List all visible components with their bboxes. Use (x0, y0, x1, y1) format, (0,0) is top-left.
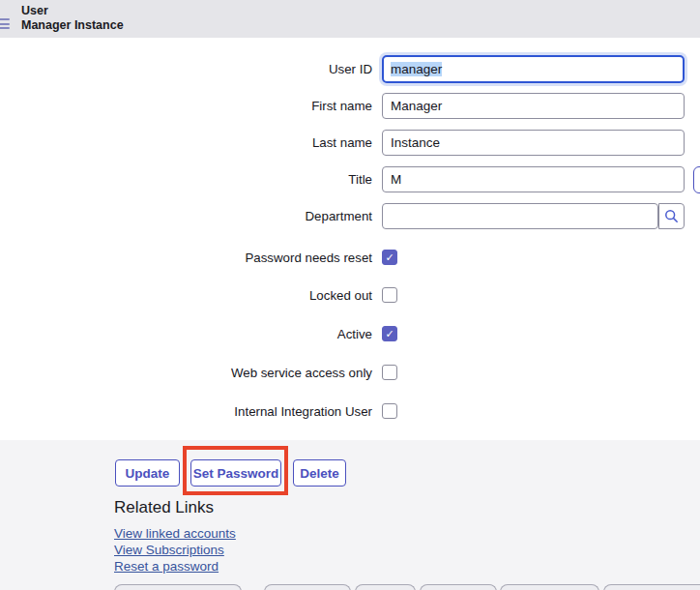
internal-integration-user-label: Internal Integration User (0, 403, 372, 420)
hamburger-menu-icon[interactable] (0, 18, 10, 30)
department-input[interactable] (382, 203, 658, 229)
link-view-linked-accounts[interactable]: View linked accounts (114, 526, 236, 541)
active-checkbox[interactable]: ✓ (382, 326, 397, 341)
field-row-first-name: First name (0, 93, 700, 119)
first-name-input[interactable] (382, 93, 685, 119)
page-title: User Manager Instance (21, 4, 124, 33)
field-row-title: Title (0, 166, 700, 192)
first-name-label: First name (0, 93, 372, 119)
checkbox-row-password-needs-reset: Password needs reset ✓ (0, 250, 700, 266)
field-row-user-id: User ID manager (0, 56, 700, 82)
related-list-tab[interactable] (603, 584, 700, 590)
internal-integration-user-checkbox[interactable] (382, 403, 397, 419)
web-service-access-only-label: Web service access only (0, 365, 372, 381)
related-list-tab[interactable] (420, 584, 497, 590)
title-label: Title (0, 166, 372, 192)
checkbox-row-active: Active ✓ (0, 326, 700, 342)
department-label: Department (0, 203, 372, 229)
locked-out-checkbox[interactable] (382, 287, 397, 303)
link-reset-a-password[interactable]: Reset a password (114, 559, 219, 574)
field-row-department: Department (0, 203, 700, 229)
password-needs-reset-label: Password needs reset (0, 250, 372, 266)
related-list-tab[interactable] (114, 584, 242, 590)
delete-button[interactable]: Delete (293, 459, 346, 487)
link-view-subscriptions[interactable]: View Subscriptions (114, 543, 224, 557)
selected-text: manager (391, 62, 442, 76)
update-button[interactable]: Update (115, 459, 180, 487)
form-area: User ID manager First name Last name Tit… (0, 38, 700, 440)
checkbox-row-internal-integration-user: Internal Integration User (0, 403, 700, 420)
password-needs-reset-checkbox[interactable]: ✓ (382, 250, 397, 265)
last-name-input[interactable] (382, 130, 685, 156)
related-links-heading: Related Links (114, 498, 214, 517)
checkbox-row-web-service-access-only: Web service access only (0, 365, 700, 381)
user-form-page: User Manager Instance User ID manager Fi… (0, 0, 700, 590)
locked-out-label: Locked out (0, 287, 372, 304)
search-icon (664, 209, 679, 223)
related-list-tab[interactable] (355, 584, 416, 590)
page-header: User Manager Instance (0, 0, 700, 38)
related-list-tab[interactable] (500, 584, 599, 590)
title-input[interactable] (382, 166, 685, 192)
user-id-label: User ID (0, 56, 372, 82)
last-name-label: Last name (0, 130, 372, 156)
related-list-tab[interactable] (264, 584, 351, 590)
record-name: Manager Instance (21, 18, 124, 33)
clipped-edge-widget[interactable] (693, 166, 700, 193)
set-password-button[interactable]: Set Password (190, 459, 281, 487)
user-id-input[interactable]: manager (382, 55, 685, 83)
record-type: User (21, 4, 124, 18)
active-label: Active (0, 326, 372, 342)
department-lookup-button[interactable] (658, 203, 685, 229)
web-service-access-only-checkbox[interactable] (382, 365, 397, 380)
form-footer: Update Set Password Delete Related Links… (0, 440, 700, 590)
checkbox-row-locked-out: Locked out (0, 287, 700, 304)
field-row-last-name: Last name (0, 130, 700, 156)
